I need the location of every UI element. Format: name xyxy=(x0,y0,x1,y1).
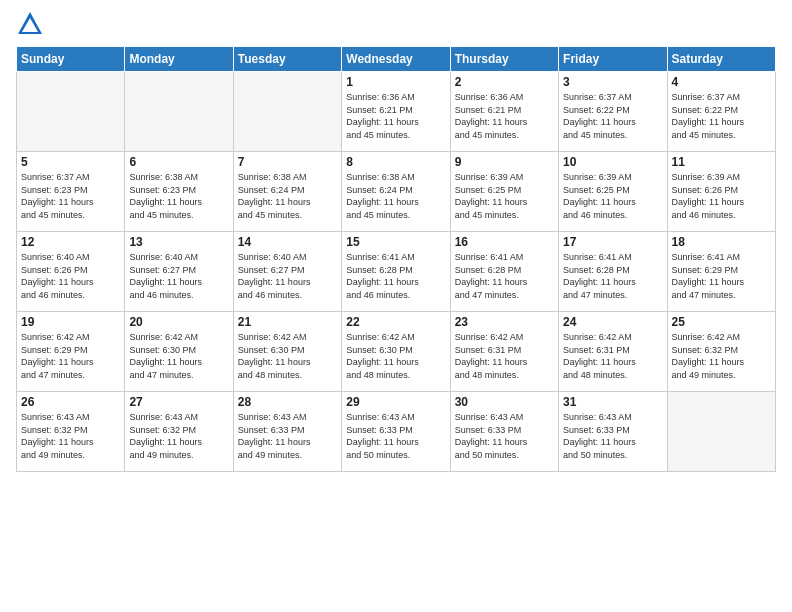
day-number: 13 xyxy=(129,235,228,249)
day-number: 5 xyxy=(21,155,120,169)
day-info: Sunrise: 6:36 AM Sunset: 6:21 PM Dayligh… xyxy=(346,91,445,141)
calendar-cell: 31Sunrise: 6:43 AM Sunset: 6:33 PM Dayli… xyxy=(559,392,667,472)
day-number: 31 xyxy=(563,395,662,409)
calendar-cell: 9Sunrise: 6:39 AM Sunset: 6:25 PM Daylig… xyxy=(450,152,558,232)
calendar-cell: 12Sunrise: 6:40 AM Sunset: 6:26 PM Dayli… xyxy=(17,232,125,312)
day-number: 24 xyxy=(563,315,662,329)
day-info: Sunrise: 6:43 AM Sunset: 6:32 PM Dayligh… xyxy=(129,411,228,461)
day-info: Sunrise: 6:37 AM Sunset: 6:22 PM Dayligh… xyxy=(672,91,771,141)
weekday-wednesday: Wednesday xyxy=(342,47,450,72)
day-info: Sunrise: 6:42 AM Sunset: 6:29 PM Dayligh… xyxy=(21,331,120,381)
calendar-cell: 2Sunrise: 6:36 AM Sunset: 6:21 PM Daylig… xyxy=(450,72,558,152)
calendar-cell: 29Sunrise: 6:43 AM Sunset: 6:33 PM Dayli… xyxy=(342,392,450,472)
week-row-3: 12Sunrise: 6:40 AM Sunset: 6:26 PM Dayli… xyxy=(17,232,776,312)
calendar-cell: 18Sunrise: 6:41 AM Sunset: 6:29 PM Dayli… xyxy=(667,232,775,312)
calendar-cell xyxy=(233,72,341,152)
day-info: Sunrise: 6:42 AM Sunset: 6:31 PM Dayligh… xyxy=(455,331,554,381)
calendar-cell: 13Sunrise: 6:40 AM Sunset: 6:27 PM Dayli… xyxy=(125,232,233,312)
day-number: 11 xyxy=(672,155,771,169)
calendar-cell xyxy=(125,72,233,152)
day-info: Sunrise: 6:36 AM Sunset: 6:21 PM Dayligh… xyxy=(455,91,554,141)
day-info: Sunrise: 6:37 AM Sunset: 6:22 PM Dayligh… xyxy=(563,91,662,141)
day-info: Sunrise: 6:43 AM Sunset: 6:32 PM Dayligh… xyxy=(21,411,120,461)
day-info: Sunrise: 6:41 AM Sunset: 6:28 PM Dayligh… xyxy=(346,251,445,301)
day-info: Sunrise: 6:42 AM Sunset: 6:30 PM Dayligh… xyxy=(238,331,337,381)
day-number: 29 xyxy=(346,395,445,409)
calendar-cell: 27Sunrise: 6:43 AM Sunset: 6:32 PM Dayli… xyxy=(125,392,233,472)
calendar-cell: 19Sunrise: 6:42 AM Sunset: 6:29 PM Dayli… xyxy=(17,312,125,392)
day-info: Sunrise: 6:38 AM Sunset: 6:24 PM Dayligh… xyxy=(238,171,337,221)
calendar-cell xyxy=(17,72,125,152)
day-info: Sunrise: 6:41 AM Sunset: 6:28 PM Dayligh… xyxy=(455,251,554,301)
calendar-cell: 14Sunrise: 6:40 AM Sunset: 6:27 PM Dayli… xyxy=(233,232,341,312)
week-row-4: 19Sunrise: 6:42 AM Sunset: 6:29 PM Dayli… xyxy=(17,312,776,392)
day-number: 3 xyxy=(563,75,662,89)
day-number: 2 xyxy=(455,75,554,89)
calendar-cell: 15Sunrise: 6:41 AM Sunset: 6:28 PM Dayli… xyxy=(342,232,450,312)
page: SundayMondayTuesdayWednesdayThursdayFrid… xyxy=(0,0,792,612)
calendar-cell: 26Sunrise: 6:43 AM Sunset: 6:32 PM Dayli… xyxy=(17,392,125,472)
day-number: 4 xyxy=(672,75,771,89)
calendar: SundayMondayTuesdayWednesdayThursdayFrid… xyxy=(16,46,776,472)
day-number: 27 xyxy=(129,395,228,409)
day-number: 20 xyxy=(129,315,228,329)
calendar-cell: 6Sunrise: 6:38 AM Sunset: 6:23 PM Daylig… xyxy=(125,152,233,232)
week-row-2: 5Sunrise: 6:37 AM Sunset: 6:23 PM Daylig… xyxy=(17,152,776,232)
day-number: 17 xyxy=(563,235,662,249)
day-number: 6 xyxy=(129,155,228,169)
day-number: 8 xyxy=(346,155,445,169)
day-info: Sunrise: 6:39 AM Sunset: 6:25 PM Dayligh… xyxy=(455,171,554,221)
day-number: 12 xyxy=(21,235,120,249)
day-info: Sunrise: 6:40 AM Sunset: 6:27 PM Dayligh… xyxy=(238,251,337,301)
weekday-monday: Monday xyxy=(125,47,233,72)
day-number: 1 xyxy=(346,75,445,89)
day-info: Sunrise: 6:37 AM Sunset: 6:23 PM Dayligh… xyxy=(21,171,120,221)
weekday-tuesday: Tuesday xyxy=(233,47,341,72)
day-number: 14 xyxy=(238,235,337,249)
day-info: Sunrise: 6:42 AM Sunset: 6:30 PM Dayligh… xyxy=(129,331,228,381)
calendar-cell: 21Sunrise: 6:42 AM Sunset: 6:30 PM Dayli… xyxy=(233,312,341,392)
logo xyxy=(16,10,48,38)
day-info: Sunrise: 6:43 AM Sunset: 6:33 PM Dayligh… xyxy=(346,411,445,461)
calendar-cell: 23Sunrise: 6:42 AM Sunset: 6:31 PM Dayli… xyxy=(450,312,558,392)
day-number: 15 xyxy=(346,235,445,249)
day-number: 18 xyxy=(672,235,771,249)
day-info: Sunrise: 6:38 AM Sunset: 6:24 PM Dayligh… xyxy=(346,171,445,221)
day-number: 23 xyxy=(455,315,554,329)
day-number: 25 xyxy=(672,315,771,329)
day-info: Sunrise: 6:39 AM Sunset: 6:26 PM Dayligh… xyxy=(672,171,771,221)
day-info: Sunrise: 6:41 AM Sunset: 6:28 PM Dayligh… xyxy=(563,251,662,301)
day-info: Sunrise: 6:43 AM Sunset: 6:33 PM Dayligh… xyxy=(563,411,662,461)
calendar-cell: 4Sunrise: 6:37 AM Sunset: 6:22 PM Daylig… xyxy=(667,72,775,152)
weekday-header-row: SundayMondayTuesdayWednesdayThursdayFrid… xyxy=(17,47,776,72)
calendar-cell: 16Sunrise: 6:41 AM Sunset: 6:28 PM Dayli… xyxy=(450,232,558,312)
day-number: 21 xyxy=(238,315,337,329)
calendar-cell: 28Sunrise: 6:43 AM Sunset: 6:33 PM Dayli… xyxy=(233,392,341,472)
day-info: Sunrise: 6:40 AM Sunset: 6:27 PM Dayligh… xyxy=(129,251,228,301)
day-number: 30 xyxy=(455,395,554,409)
weekday-thursday: Thursday xyxy=(450,47,558,72)
logo-icon xyxy=(16,10,44,38)
weekday-saturday: Saturday xyxy=(667,47,775,72)
day-info: Sunrise: 6:42 AM Sunset: 6:30 PM Dayligh… xyxy=(346,331,445,381)
calendar-cell: 8Sunrise: 6:38 AM Sunset: 6:24 PM Daylig… xyxy=(342,152,450,232)
day-info: Sunrise: 6:42 AM Sunset: 6:32 PM Dayligh… xyxy=(672,331,771,381)
calendar-cell xyxy=(667,392,775,472)
day-number: 19 xyxy=(21,315,120,329)
calendar-cell: 24Sunrise: 6:42 AM Sunset: 6:31 PM Dayli… xyxy=(559,312,667,392)
weekday-friday: Friday xyxy=(559,47,667,72)
day-number: 22 xyxy=(346,315,445,329)
week-row-1: 1Sunrise: 6:36 AM Sunset: 6:21 PM Daylig… xyxy=(17,72,776,152)
calendar-cell: 10Sunrise: 6:39 AM Sunset: 6:25 PM Dayli… xyxy=(559,152,667,232)
calendar-cell: 11Sunrise: 6:39 AM Sunset: 6:26 PM Dayli… xyxy=(667,152,775,232)
day-info: Sunrise: 6:38 AM Sunset: 6:23 PM Dayligh… xyxy=(129,171,228,221)
day-info: Sunrise: 6:43 AM Sunset: 6:33 PM Dayligh… xyxy=(455,411,554,461)
day-number: 28 xyxy=(238,395,337,409)
calendar-cell: 5Sunrise: 6:37 AM Sunset: 6:23 PM Daylig… xyxy=(17,152,125,232)
day-info: Sunrise: 6:43 AM Sunset: 6:33 PM Dayligh… xyxy=(238,411,337,461)
calendar-cell: 25Sunrise: 6:42 AM Sunset: 6:32 PM Dayli… xyxy=(667,312,775,392)
calendar-cell: 3Sunrise: 6:37 AM Sunset: 6:22 PM Daylig… xyxy=(559,72,667,152)
calendar-cell: 1Sunrise: 6:36 AM Sunset: 6:21 PM Daylig… xyxy=(342,72,450,152)
calendar-cell: 7Sunrise: 6:38 AM Sunset: 6:24 PM Daylig… xyxy=(233,152,341,232)
day-number: 9 xyxy=(455,155,554,169)
